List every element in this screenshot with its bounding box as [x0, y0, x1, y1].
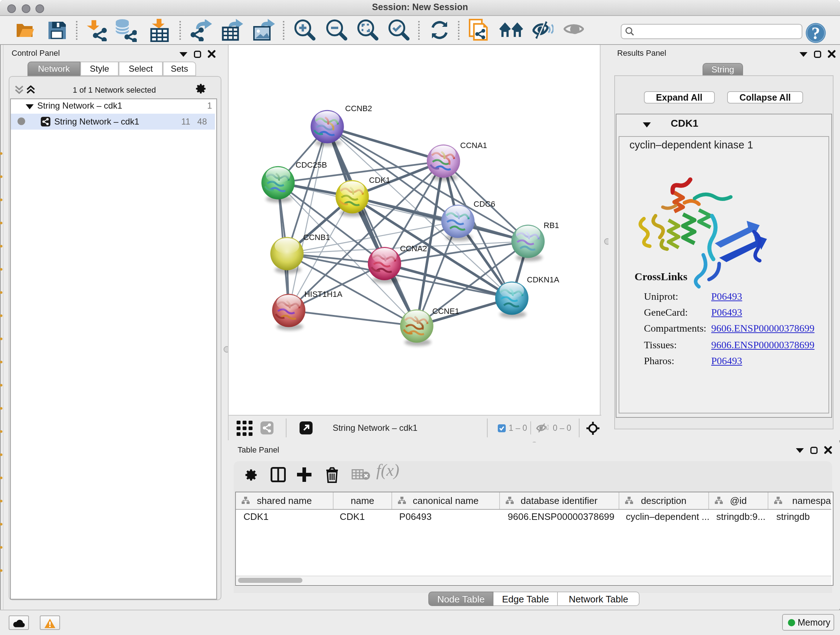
svg-text:CCNA2: CCNA2 [400, 244, 427, 253]
svg-text:CDKN1A: CDKN1A [527, 275, 560, 284]
svg-text:CDC25B: CDC25B [295, 160, 327, 169]
svg-text:CCNB1: CCNB1 [303, 233, 330, 242]
svg-text:CDK1: CDK1 [369, 176, 390, 185]
svg-text:CDC6: CDC6 [474, 200, 495, 209]
svg-text:CCNB2: CCNB2 [345, 104, 372, 113]
svg-text:HIST1H1A: HIST1H1A [304, 290, 342, 299]
svg-text:CCNA1: CCNA1 [460, 141, 487, 150]
svg-text:RB1: RB1 [544, 221, 559, 230]
svg-text:?: ? [812, 24, 820, 43]
svg-text:CCNE1: CCNE1 [432, 307, 459, 316]
